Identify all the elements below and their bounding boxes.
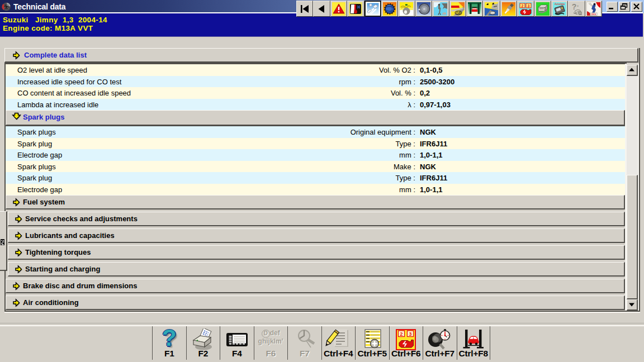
svg-text:data: data [591, 13, 596, 16]
svg-text:3: 3 [528, 4, 530, 8]
svg-text:3: 3 [409, 331, 412, 337]
svg-text:GB: GB [456, 11, 461, 15]
svg-text:2: 2 [522, 4, 524, 8]
svg-text:•: • [577, 3, 579, 9]
svg-text:Autodata: Autodata [555, 3, 565, 6]
svg-text:?: ? [572, 2, 577, 11]
svg-text:2: 2 [400, 331, 403, 337]
